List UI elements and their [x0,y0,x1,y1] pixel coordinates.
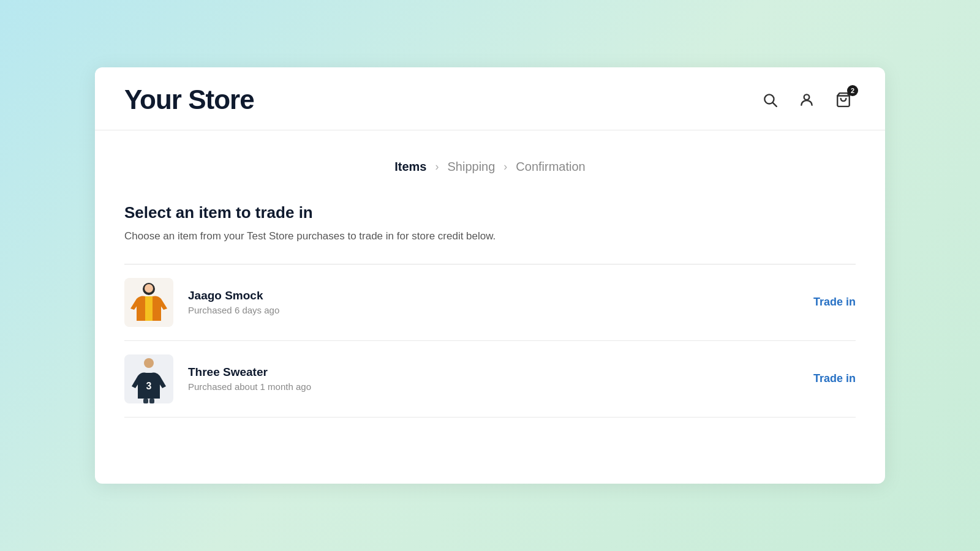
list-item: Jaago Smock Purchased 6 days ago Trade i… [124,264,856,341]
svg-line-1 [773,103,777,107]
svg-point-2 [804,94,810,100]
list-item: 3 Three Sweater Purchased about 1 month … [124,341,856,418]
item-1-date: Purchased 6 days ago [188,305,813,315]
item-1-info: Jaago Smock Purchased 6 days ago [188,289,813,315]
item-1-trade-in-button[interactable]: Trade in [813,296,856,309]
svg-text:3: 3 [146,381,152,391]
header-icons: 2 [758,88,856,112]
chevron-1: › [435,160,439,173]
item-2-name: Three Sweater [188,365,813,379]
svg-point-9 [144,358,154,368]
search-icon [762,92,778,108]
store-title: Your Store [124,84,254,115]
items-list: Jaago Smock Purchased 6 days ago Trade i… [124,264,856,418]
step-shipping: Shipping [448,160,496,174]
cart-badge: 2 [847,85,858,96]
chevron-2: › [503,160,507,173]
steps-breadcrumb: Items › Shipping › Confirmation [124,160,856,174]
item-2-image: 3 [124,354,173,403]
item-2-date: Purchased about 1 month ago [188,381,813,392]
svg-rect-13 [149,399,154,403]
item-2-info: Three Sweater Purchased about 1 month ag… [188,365,813,392]
item-1-thumbnail [124,278,173,327]
section-description: Choose an item from your Test Store purc… [124,228,856,244]
main-content: Items › Shipping › Confirmation Select a… [95,130,885,454]
search-button[interactable] [758,88,782,112]
cart-button[interactable]: 2 [831,88,856,112]
step-confirmation: Confirmation [516,160,585,174]
item-1-name: Jaago Smock [188,289,813,302]
account-button[interactable] [794,88,819,112]
item-1-image [124,278,173,327]
section-title: Select an item to trade in [124,203,856,222]
item-2-thumbnail: 3 [124,354,173,403]
svg-rect-12 [143,399,148,403]
svg-point-6 [145,284,153,293]
store-card: Your Store [95,67,885,484]
step-items: Items [394,160,426,174]
svg-rect-7 [145,296,153,321]
account-icon [799,92,815,108]
item-2-trade-in-button[interactable]: Trade in [813,372,856,385]
site-header: Your Store [95,67,885,130]
